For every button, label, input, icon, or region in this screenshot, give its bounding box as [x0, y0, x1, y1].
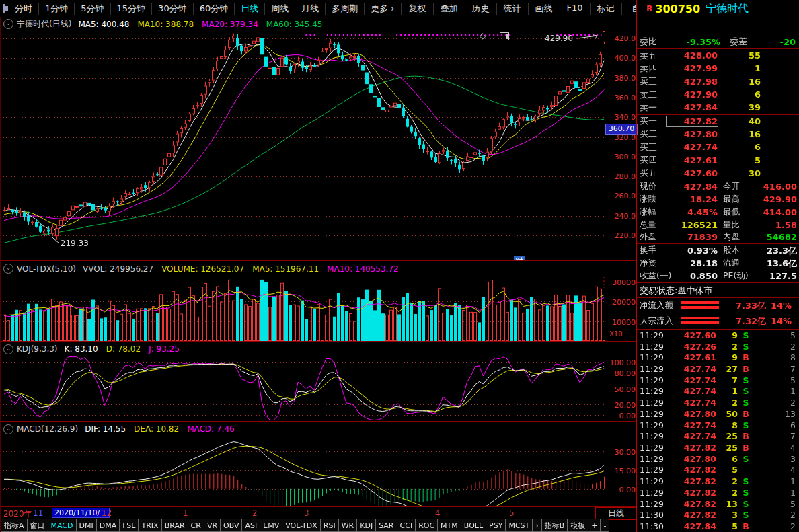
bid-row[interactable]: 买一427.8240 [637, 115, 799, 128]
window-icon[interactable] [3, 4, 5, 13]
flow-label: 大宗流入 [637, 315, 681, 327]
menu-item-月线[interactable]: 月线 [295, 3, 326, 15]
ask-row[interactable]: 卖五428.0055 [637, 49, 799, 62]
indicator-tab-BRAR[interactable]: BRAR [162, 519, 188, 532]
bid-row[interactable]: 买四427.615 [637, 153, 799, 166]
menu-item-15分钟[interactable]: 15分钟 [111, 3, 153, 15]
menu-item-30分钟[interactable]: 30分钟 [152, 3, 194, 15]
indicator-tab-DMA[interactable]: DMA [97, 519, 120, 532]
chevron-down-icon[interactable]: ⌄ [3, 424, 13, 434]
indicator-tab-KDJ[interactable]: KDJ [357, 519, 376, 532]
indicator-tab-MCST[interactable]: MCST [506, 519, 533, 532]
book-price[interactable]: 427.74 [667, 142, 718, 152]
trading-terminal: 分时1分钟5分钟15分钟30分钟60分钟日线周线月线多周期更多 › 复权叠加历史… [0, 0, 799, 532]
indicator-tab-模板[interactable]: 模板 [568, 519, 588, 532]
indicator-tab-指标A[interactable]: 指标A [1, 519, 28, 532]
indicator-tab-WR[interactable]: WR [339, 519, 358, 532]
book-price[interactable]: 427.80 [667, 129, 718, 139]
date-axis-label: 3 [304, 508, 309, 518]
tick-count: 7 [754, 364, 799, 374]
ask-row[interactable]: 卖四427.991 [637, 62, 799, 75]
kdj-chart[interactable] [1, 356, 605, 421]
book-price[interactable]: 427.61 [667, 155, 718, 165]
volume-header: ⌄ VOL-TDX(5,10) VVOL: 249956.27VOLUME: 1… [1, 260, 637, 276]
indicator-tab-CR[interactable]: CR [188, 519, 204, 532]
indicator-tab-›[interactable]: › [533, 519, 541, 532]
bid-row[interactable]: 买二427.8016 [637, 128, 799, 141]
tick-price: 427.80 [667, 409, 716, 419]
menu-item-5分钟[interactable]: 5分钟 [75, 3, 110, 15]
indicator-tab-BOLL[interactable]: BOLL [461, 519, 486, 532]
chevron-down-icon[interactable]: ⌄ [3, 344, 13, 354]
indicator-tab-+[interactable]: + [588, 519, 601, 532]
chevron-down-icon[interactable]: ⌄ [3, 264, 13, 274]
menu-item-多周期[interactable]: 多周期 [326, 3, 365, 15]
macd-axis-label: 0.00 [619, 486, 636, 494]
ask-row[interactable]: 卖三427.9816 [637, 75, 799, 88]
macd-chart[interactable] [1, 436, 605, 506]
bid-row[interactable]: 买三427.746 [637, 141, 799, 153]
indicator-tab-EMV[interactable]: EMV [260, 519, 282, 532]
book-price[interactable]: 427.98 [667, 77, 718, 87]
menu-item-周线[interactable]: 周线 [265, 3, 295, 15]
indicator-tab-TRIX[interactable]: TRIX [139, 519, 161, 532]
panel-toggle-icon[interactable] [500, 32, 509, 40]
book-price[interactable]: 427.84 [667, 102, 718, 112]
menu-item-60分钟[interactable]: 60分钟 [194, 3, 235, 15]
book-price[interactable]: 427.82 [667, 116, 718, 126]
indicator-tab-窗口[interactable]: 窗口 [28, 519, 48, 532]
indicator-tab-FSL[interactable]: FSL [120, 519, 139, 532]
menu-item-分时[interactable]: 分时 [9, 3, 39, 15]
tick-volume: 2 [716, 488, 738, 498]
book-price[interactable]: 428.00 [667, 50, 718, 61]
indicator-tab-MACD[interactable]: MACD [48, 519, 77, 532]
indicator-tab-MTM[interactable]: MTM [438, 519, 461, 532]
indicator-tab-指标B[interactable]: 指标B [542, 519, 568, 532]
volume-legend: VVOL: 249956.27VOLUME: 126521.07MA5: 151… [83, 264, 407, 274]
indicator-tab-VR[interactable]: VR [204, 519, 221, 532]
indicator-tab-OBV[interactable]: OBV [221, 519, 242, 532]
indicator-tab--[interactable]: - [601, 519, 609, 532]
menu-item-更多 ›[interactable]: 更多 › [365, 3, 401, 15]
ask-row[interactable]: 卖二427.906 [637, 88, 799, 101]
bid-row[interactable]: 买五427.6030 [637, 167, 799, 180]
indicator-tab-VOL-TDX[interactable]: VOL-TDX [282, 519, 321, 532]
tick-time: 11:29 [637, 330, 667, 340]
book-price[interactable]: 427.60 [667, 168, 718, 178]
indicator-tab-ASI[interactable]: ASI [242, 519, 260, 532]
menu-item-1分钟[interactable]: 1分钟 [39, 3, 75, 15]
stat-row: 换手0.93%股本23.3亿 [637, 243, 799, 257]
price-axis-label: 380.0 [615, 74, 636, 83]
menu-item-叠加[interactable]: 叠加 [433, 3, 465, 15]
menu-item-F10[interactable]: F10 [560, 3, 590, 15]
indicator-tab-CCI[interactable]: CCI [397, 519, 416, 532]
volume-chart[interactable] [1, 276, 605, 341]
diamond-icon[interactable]: ◇ [480, 31, 486, 40]
indicator-tab-RSI[interactable]: RSI [321, 519, 339, 532]
stat-value: 13.6亿 [759, 258, 799, 270]
indicator-tab-PSY[interactable]: PSY [486, 519, 506, 532]
book-level-label: 卖四 [637, 63, 667, 75]
chevron-down-icon[interactable]: ⌄ [3, 19, 13, 29]
stat-row: 涨跌18.24最高429.90 [637, 193, 799, 206]
indicator-tab-DMI[interactable]: DMI [77, 519, 97, 532]
tick-side: S [738, 499, 754, 509]
indicator-tab-ROC[interactable]: ROC [416, 519, 438, 532]
book-price[interactable]: 427.99 [667, 63, 718, 73]
legend-item: D: 78.02 [106, 344, 141, 354]
menu-item-复权[interactable]: 复权 [402, 3, 433, 15]
book-price[interactable]: 427.90 [667, 89, 718, 100]
menu-item-历史[interactable]: 历史 [465, 3, 496, 15]
menu-item-画线[interactable]: 画线 [528, 3, 560, 15]
menu-item-统计[interactable]: 统计 [496, 3, 528, 15]
macd-header: ⌄ MACD(12,26,9) DIF: 14.55DEA: 10.82MACD… [1, 421, 637, 436]
ask-row[interactable]: 卖一427.8439 [637, 101, 799, 114]
menu-item-日线[interactable]: 日线 [235, 3, 265, 15]
date-axis-label: 4 [435, 508, 441, 518]
stat-label: 股本 [718, 245, 759, 256]
legend-item: VOLUME: 126521.07 [161, 264, 244, 274]
indicator-tab-SAR[interactable]: SAR [376, 519, 397, 532]
menu-item-标记[interactable]: 标记 [590, 3, 621, 15]
tick-list[interactable]: 11:29427.609S511:29427.262S211:29427.619… [637, 330, 799, 532]
candlestick-chart[interactable] [1, 30, 605, 260]
